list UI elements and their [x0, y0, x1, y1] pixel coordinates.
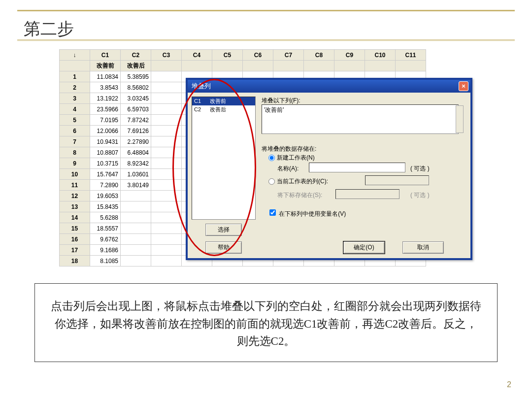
cell[interactable]	[121, 234, 151, 245]
col-header[interactable]: C8	[304, 50, 334, 61]
col-header[interactable]: C7	[273, 50, 304, 61]
cell[interactable]: 6.48804	[121, 147, 151, 158]
cell[interactable]: 6.59703	[121, 104, 151, 115]
row-header[interactable]: 4	[60, 104, 90, 115]
row-header[interactable]: 10	[60, 169, 90, 180]
sub-label: 将下标存储在(S):	[277, 191, 322, 200]
cell[interactable]: 18.5557	[90, 223, 121, 234]
cell[interactable]: 1.03601	[121, 169, 151, 180]
cell[interactable]	[121, 223, 151, 234]
col-header[interactable]: C6	[243, 50, 273, 61]
page-title: 第二步	[24, 18, 74, 40]
scrollbar-icon[interactable]	[456, 105, 464, 133]
cell[interactable]: 15.8435	[90, 201, 121, 212]
row-header[interactable]: 13	[60, 201, 90, 212]
page-number: 2	[507, 380, 511, 389]
name-label: 名称(A):	[277, 165, 299, 173]
cell[interactable]: 19.6053	[90, 191, 121, 201]
cell[interactable]	[121, 212, 151, 223]
cell[interactable]	[121, 201, 151, 212]
column-list[interactable]: C1 改善前C2 改善后	[192, 97, 256, 220]
cell[interactable]: 13.1922	[90, 93, 121, 104]
row-header[interactable]: 2	[60, 82, 90, 93]
cell[interactable]: 5.38595	[121, 71, 151, 82]
col-header[interactable]: C3	[151, 50, 182, 61]
radio-current-label: 当前工作表的列(C):	[277, 178, 328, 185]
store-label: 将堆叠的数据存储在:	[262, 145, 316, 153]
cell[interactable]: 10.8807	[90, 147, 121, 158]
caption-box: 点击列后会出现上图，将鼠标点击堆叠以下列的空白处，红圈部分就会出现两列数据待你选…	[34, 283, 498, 362]
cell[interactable]	[121, 256, 151, 266]
help-button[interactable]: 帮助	[205, 241, 242, 254]
cell[interactable]: 8.1085	[90, 256, 121, 266]
col-header[interactable]: C1	[90, 50, 121, 61]
screenshot-region: ↓C1C2C3C4C5C6C7C8C9C10C11改善前改善后111.08345…	[59, 49, 473, 268]
col-header[interactable]: C5	[212, 50, 243, 61]
row-header[interactable]: 18	[60, 256, 90, 266]
cell[interactable]	[121, 245, 151, 256]
cell[interactable]: 10.3715	[90, 158, 121, 169]
cell[interactable]: 7.0195	[90, 115, 121, 126]
radio-new-worksheet[interactable]: 新建工作表(N)	[268, 154, 315, 162]
close-icon[interactable]: ×	[459, 81, 468, 91]
radio-current-worksheet[interactable]: 当前工作表的列(C):	[268, 177, 328, 186]
cell[interactable]: 3.80149	[121, 180, 151, 191]
cell[interactable]: 8.92342	[121, 158, 151, 169]
cell[interactable]: 15.7647	[90, 169, 121, 180]
caption-text: 点击列后会出现上图，将鼠标点击堆叠以下列的空白处，红圈部分就会出现两列数据待你选…	[50, 298, 482, 350]
cell[interactable]: 9.1686	[90, 245, 121, 256]
name-input[interactable]	[309, 163, 405, 172]
row-header[interactable]: 12	[60, 191, 90, 201]
row-header[interactable]: 7	[60, 136, 90, 147]
cell[interactable]: 9.6762	[90, 234, 121, 245]
cell[interactable]: 8.56802	[121, 82, 151, 93]
list-item[interactable]: C2 改善后	[192, 105, 255, 114]
cell[interactable]: 11.0834	[90, 71, 121, 82]
decor-title-line	[17, 39, 515, 41]
row-header[interactable]: 5	[60, 115, 90, 126]
col-header[interactable]: C4	[182, 50, 212, 61]
cell[interactable]: 23.5966	[90, 104, 121, 115]
row-header[interactable]: 1	[60, 71, 90, 82]
cell[interactable]: 12.0066	[90, 126, 121, 136]
select-button[interactable]: 选择	[205, 224, 242, 236]
optional-label-1: ( 可选 )	[410, 165, 430, 173]
stack-columns-dialog: 堆叠列 × C1 改善前C2 改善后 堆叠以下列(F): '改善前' 将堆叠的数…	[186, 78, 472, 260]
use-varname-checkbox[interactable]: 在下标列中使用变量名(V)	[267, 208, 346, 218]
cancel-button[interactable]: 取消	[402, 241, 444, 254]
col-header[interactable]: C9	[334, 50, 365, 61]
row-header[interactable]: 11	[60, 180, 90, 191]
sub-input	[335, 189, 399, 199]
cell[interactable]	[121, 191, 151, 201]
col-header[interactable]: C11	[396, 50, 426, 61]
stack-columns-label: 堆叠以下列(F):	[262, 97, 300, 105]
dialog-title: 堆叠列	[192, 82, 211, 90]
decor-top-line	[17, 10, 515, 11]
ok-button[interactable]: 确定(O)	[343, 241, 385, 254]
current-col-input[interactable]	[365, 175, 429, 185]
row-header[interactable]: 3	[60, 93, 90, 104]
dialog-titlebar[interactable]: 堆叠列 ×	[188, 80, 470, 93]
cell[interactable]: 10.9431	[90, 136, 121, 147]
cell[interactable]: 2.27890	[121, 136, 151, 147]
row-header[interactable]: 6	[60, 126, 90, 136]
list-item[interactable]: C1 改善前	[192, 97, 255, 105]
row-header[interactable]: 15	[60, 223, 90, 234]
col-header[interactable]: C10	[365, 50, 396, 61]
cell[interactable]: 7.69126	[121, 126, 151, 136]
stack-columns-value: '改善前'	[264, 106, 284, 113]
stack-columns-input[interactable]: '改善前'	[262, 104, 459, 134]
use-varname-label: 在下标列中使用变量名(V)	[279, 210, 346, 217]
cell[interactable]: 5.6288	[90, 212, 121, 223]
col-header[interactable]: C2	[121, 50, 151, 61]
cell[interactable]: 7.87242	[121, 115, 151, 126]
row-header[interactable]: 9	[60, 158, 90, 169]
cell[interactable]: 7.2890	[90, 180, 121, 191]
row-header[interactable]: 16	[60, 234, 90, 245]
row-header[interactable]: 17	[60, 245, 90, 256]
optional-label-2: ( 可选 )	[410, 191, 430, 200]
cell[interactable]: 3.03245	[121, 93, 151, 104]
row-header[interactable]: 14	[60, 212, 90, 223]
cell[interactable]: 3.8543	[90, 82, 121, 93]
row-header[interactable]: 8	[60, 147, 90, 158]
